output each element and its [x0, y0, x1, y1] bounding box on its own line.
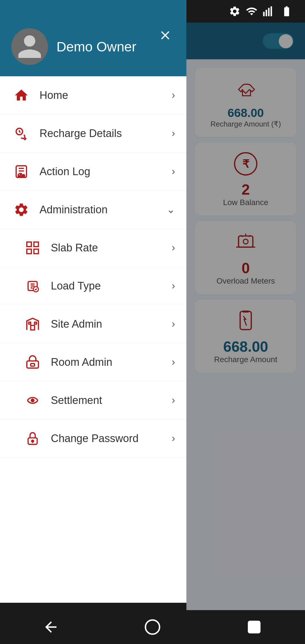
administration-icon	[11, 200, 31, 219]
svg-rect-13	[27, 242, 31, 246]
drawer-header: Demo Owner	[0, 0, 186, 76]
home-button[interactable]	[141, 616, 164, 638]
svg-rect-19	[30, 325, 34, 330]
menu-item-action-log[interactable]: LOG Action Log ›	[0, 153, 186, 191]
drawer-menu: Home › Recharge Details › LOG	[0, 76, 186, 603]
nav-bar	[0, 610, 305, 644]
menu-item-load-type[interactable]: Load Type ›	[0, 267, 186, 305]
svg-rect-21	[34, 322, 36, 324]
recharge-details-chevron: ›	[172, 127, 175, 139]
action-log-chevron: ›	[172, 166, 175, 177]
home-label: Home	[40, 89, 163, 101]
load-type-label: Load Type	[51, 280, 163, 292]
slab-rate-label: Slab Rate	[51, 242, 163, 254]
svg-rect-22	[27, 361, 38, 368]
circle-icon	[144, 619, 161, 636]
administration-chevron-down: ⌄	[167, 204, 175, 216]
change-password-label: Change Password	[51, 432, 163, 445]
close-button[interactable]	[155, 25, 175, 45]
svg-rect-23	[30, 364, 34, 366]
menu-item-room-admin[interactable]: Room Admin ›	[0, 343, 186, 381]
settings-status-icon	[229, 5, 241, 17]
site-admin-chevron: ›	[172, 318, 175, 330]
avatar	[11, 28, 48, 65]
action-log-label: Action Log	[40, 166, 163, 178]
svg-rect-2	[268, 8, 269, 16]
status-icons	[229, 5, 294, 17]
slab-rate-chevron: ›	[172, 242, 175, 254]
menu-item-recharge-details[interactable]: Recharge Details ›	[0, 114, 186, 153]
svg-rect-29	[249, 621, 260, 633]
settlement-label: Settlement	[51, 394, 163, 406]
svg-rect-0	[263, 12, 265, 16]
drawer-username: Demo Owner	[56, 39, 136, 55]
settlement-icon	[23, 390, 42, 410]
menu-item-slab-rate[interactable]: Slab Rate ›	[0, 229, 186, 267]
load-type-chevron: ›	[172, 280, 175, 292]
menu-item-site-admin[interactable]: Site Admin ›	[0, 305, 186, 343]
site-admin-icon	[23, 314, 42, 334]
menu-item-change-password[interactable]: Change Password ›	[0, 419, 186, 458]
svg-text:LOG: LOG	[18, 174, 25, 177]
room-admin-chevron: ›	[172, 356, 175, 368]
administration-label: Administration	[40, 204, 158, 216]
room-admin-label: Room Admin	[51, 356, 163, 368]
load-type-icon	[23, 276, 42, 296]
signal-icon	[263, 5, 274, 17]
svg-rect-1	[266, 10, 267, 16]
change-password-chevron: ›	[172, 432, 175, 444]
recharge-details-icon	[11, 123, 31, 143]
menu-item-settlement[interactable]: Settlement ›	[0, 381, 186, 419]
room-admin-icon	[23, 352, 42, 372]
home-menu-icon	[11, 85, 31, 105]
svg-rect-20	[29, 322, 30, 324]
recharge-details-label: Recharge Details	[40, 127, 163, 140]
svg-rect-3	[271, 6, 272, 16]
settlement-chevron: ›	[172, 394, 175, 406]
svg-point-26	[32, 440, 34, 442]
wifi-icon	[246, 5, 258, 17]
back-button[interactable]	[40, 616, 62, 638]
svg-rect-15	[27, 249, 31, 254]
change-password-icon	[23, 428, 42, 448]
svg-rect-14	[34, 242, 38, 246]
close-icon	[158, 28, 172, 42]
action-log-icon: LOG	[11, 162, 31, 181]
svg-rect-16	[34, 249, 38, 254]
side-drawer: Demo Owner Home ›	[0, 0, 186, 644]
menu-item-administration[interactable]: Administration ⌄	[0, 191, 186, 229]
person-icon	[16, 32, 44, 61]
menu-item-home[interactable]: Home ›	[0, 76, 186, 114]
battery-icon	[280, 5, 294, 17]
svg-point-28	[145, 620, 160, 634]
back-icon	[42, 619, 59, 636]
slab-rate-icon	[23, 238, 42, 258]
svg-point-24	[31, 399, 34, 401]
recent-button[interactable]	[243, 616, 265, 638]
home-chevron: ›	[172, 89, 175, 101]
square-icon	[246, 619, 263, 636]
site-admin-label: Site Admin	[51, 318, 163, 330]
